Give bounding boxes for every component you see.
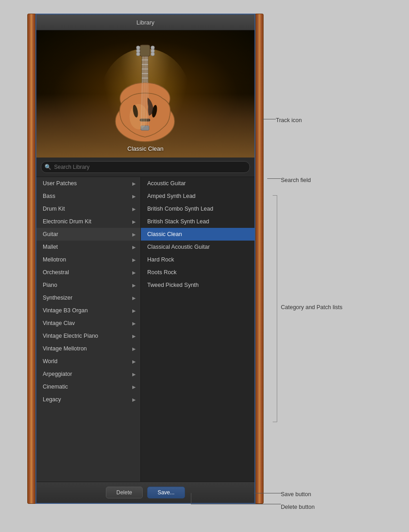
svg-point-7 (151, 52, 155, 56)
category-label: Vintage Clav (43, 320, 75, 326)
category-patch-annotation: Category and Patch lists (281, 304, 343, 310)
category-arrow: ▶ (132, 194, 136, 199)
category-item-orchestral[interactable]: Orchestral▶ (36, 266, 140, 279)
save-button-annotation: Save button (281, 491, 311, 498)
category-label: Legacy (43, 396, 61, 403)
svg-rect-1 (140, 45, 150, 56)
category-label: Electronic Drum Kit (43, 218, 91, 225)
category-item-piano[interactable]: Piano▶ (36, 279, 140, 291)
patch-label: British Combo Synth Lead (147, 206, 213, 212)
category-item-legacy[interactable]: Legacy▶ (36, 393, 140, 406)
patch-item-british-stack-synth-lead[interactable]: British Stack Synth Lead (141, 215, 254, 228)
category-item-arpeggiator[interactable]: Arpeggiator▶ (36, 368, 140, 380)
patch-label: British Stack Synth Lead (147, 218, 209, 225)
guitar-image-area: Classic Clean (36, 30, 254, 158)
category-item-mellotron[interactable]: Mellotron▶ (36, 253, 140, 266)
category-label: Mellotron (43, 256, 66, 263)
patch-label: Roots Rock (147, 269, 177, 276)
category-arrow: ▶ (132, 219, 136, 224)
save-button[interactable]: Save... (147, 487, 185, 498)
patch-item-british-combo-synth-lead[interactable]: British Combo Synth Lead (141, 202, 254, 215)
category-arrow: ▶ (132, 372, 136, 377)
category-item-cinematic[interactable]: Cinematic▶ (36, 380, 140, 393)
category-arrow: ▶ (132, 384, 136, 389)
category-label: Vintage Mellotron (43, 345, 87, 352)
search-bar-area: 🔍 (36, 158, 254, 177)
patch-item-acoustic-guitar[interactable]: Acoustic Guitar (141, 177, 254, 190)
category-arrow: ▶ (132, 346, 136, 351)
patch-label: Classical Acoustic Guitar (147, 244, 210, 250)
delete-button-line-v (191, 493, 191, 504)
category-label: Cinematic (43, 384, 68, 390)
category-label: Arpeggiator (43, 371, 72, 377)
category-arrow: ▶ (132, 283, 136, 288)
delete-button-line-h (191, 504, 281, 504)
category-item-drum-kit[interactable]: Drum Kit▶ (36, 202, 140, 215)
patch-item-hard-rock[interactable]: Hard Rock (141, 253, 254, 266)
search-field-annotation: Search field (281, 177, 311, 183)
category-list: User Patches▶Bass▶Drum Kit▶Electronic Dr… (36, 177, 141, 482)
category-patch-bracket (273, 195, 277, 422)
category-label: Vintage Electric Piano (43, 333, 98, 339)
category-arrow: ▶ (132, 359, 136, 364)
track-icon-line (262, 119, 276, 119)
category-arrow: ▶ (132, 397, 136, 402)
patch-label: Acoustic Guitar (147, 180, 186, 187)
category-item-vintage-clav[interactable]: Vintage Clav▶ (36, 317, 140, 330)
library-panel: Library (35, 14, 255, 504)
search-input-wrapper: 🔍 (41, 161, 250, 173)
category-item-mallet[interactable]: Mallet▶ (36, 241, 140, 253)
category-arrow: ▶ (132, 270, 136, 275)
wood-panel-right (255, 14, 264, 504)
category-item-guitar[interactable]: Guitar▶ (36, 228, 140, 241)
library-window: Library (27, 14, 264, 517)
search-input[interactable] (41, 161, 250, 173)
delete-button[interactable]: Delete (106, 487, 143, 498)
bottom-bar: Delete Save... (36, 482, 254, 503)
category-item-bass[interactable]: Bass▶ (36, 190, 140, 202)
guitar-label: Classic Clean (36, 145, 254, 152)
category-arrow: ▶ (132, 257, 136, 262)
category-label: Drum Kit (43, 206, 65, 212)
category-item-vintage-electric-piano[interactable]: Vintage Electric Piano▶ (36, 330, 140, 342)
category-item-user-patches[interactable]: User Patches▶ (36, 177, 140, 190)
category-arrow: ▶ (132, 296, 136, 300)
category-item-vintage-b3-organ[interactable]: Vintage B3 Organ▶ (36, 304, 140, 317)
title-bar: Library (36, 15, 254, 30)
category-item-vintage-mellotron[interactable]: Vintage Mellotron▶ (36, 342, 140, 355)
category-arrow: ▶ (132, 181, 136, 186)
category-label: World (43, 358, 57, 365)
category-label: Guitar (43, 231, 58, 237)
patch-item-amped-synth-lead[interactable]: Amped Synth Lead (141, 190, 254, 202)
category-label: Mallet (43, 244, 58, 250)
window-title: Library (136, 19, 155, 26)
category-arrow: ▶ (132, 321, 136, 326)
patch-item-tweed-picked-synth[interactable]: Tweed Picked Synth (141, 279, 254, 291)
category-item-electronic-drum-kit[interactable]: Electronic Drum Kit▶ (36, 215, 140, 228)
category-arrow: ▶ (132, 232, 136, 237)
svg-point-4 (136, 52, 140, 56)
patch-label: Hard Rock (147, 256, 174, 263)
track-icon-annotation: Track icon (276, 117, 302, 123)
patch-item-classical-acoustic-guitar[interactable]: Classical Acoustic Guitar (141, 241, 254, 253)
category-label: Piano (43, 282, 57, 288)
category-label: Bass (43, 193, 55, 199)
patch-list: Acoustic GuitarAmped Synth LeadBritish C… (141, 177, 254, 482)
category-label: User Patches (43, 180, 77, 187)
wood-panel-left (27, 14, 35, 504)
category-arrow: ▶ (132, 207, 136, 212)
category-label: Orchestral (43, 269, 69, 276)
delete-button-annotation: Delete button (281, 504, 314, 510)
patch-label: Tweed Picked Synth (147, 282, 199, 288)
search-field-line (267, 178, 281, 179)
category-arrow: ▶ (132, 334, 136, 339)
category-label: Vintage B3 Organ (43, 307, 88, 314)
category-item-world[interactable]: World▶ (36, 355, 140, 368)
patch-label: Classic Clean (147, 231, 182, 237)
category-label: Synthesizer (43, 295, 72, 301)
patch-item-classic-clean[interactable]: Classic Clean (141, 228, 254, 241)
category-arrow: ▶ (132, 245, 136, 250)
patch-item-roots-rock[interactable]: Roots Rock (141, 266, 254, 279)
list-area: User Patches▶Bass▶Drum Kit▶Electronic Dr… (36, 177, 254, 482)
category-item-synthesizer[interactable]: Synthesizer▶ (36, 291, 140, 304)
